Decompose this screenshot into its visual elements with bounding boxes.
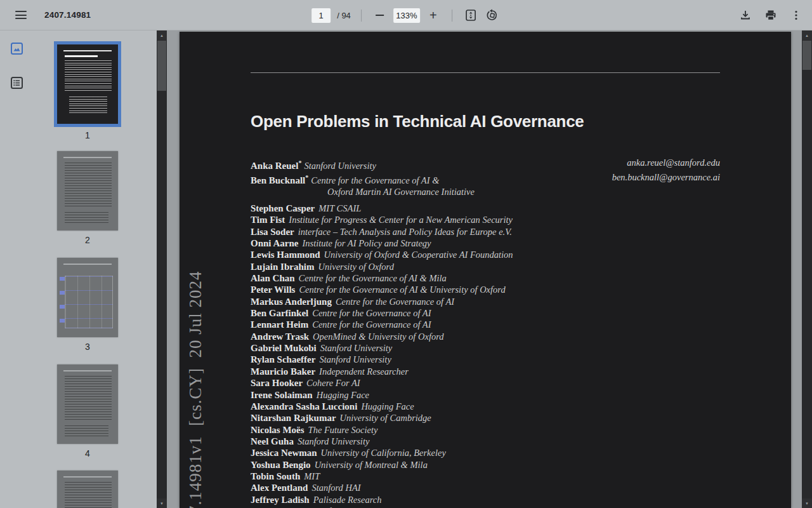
author-row: Lujain IbrahimUniversity of Oxford — [251, 261, 745, 272]
toolbar-divider — [452, 10, 452, 22]
author-row: Jeffrey LadishPalisade Research — [251, 494, 745, 505]
lead-author-row: Ben Bucknall* Centre for the Governance … — [251, 172, 720, 187]
author-affiliation: University of Oxford — [318, 262, 393, 272]
author-name: Alex Pentland — [251, 483, 308, 493]
scroll-up-arrow-icon[interactable]: ▲ — [157, 30, 167, 40]
author-name: Mauricio Baker — [251, 366, 315, 377]
author-row: Nicolas MoësThe Future Society — [251, 424, 745, 436]
kebab-menu-icon — [790, 10, 802, 21]
author-name: Neel Guha — [251, 436, 294, 446]
author-affiliation: Institute for AI Policy and Strategy — [302, 238, 431, 248]
download-icon — [739, 9, 752, 22]
author-name: Anka Reuel* — [251, 161, 301, 171]
page-count-label: / 94 — [337, 11, 351, 20]
author-row: Lennart HeimCentre for the Governance of… — [251, 319, 745, 330]
scroll-down-arrow-icon[interactable]: ▼ — [157, 498, 167, 508]
pdf-viewer-area: Open Problems in Technical AI Governance… — [167, 30, 802, 508]
scroll-up-arrow-icon[interactable]: ▲ — [802, 30, 812, 40]
author-row: Alex PentlandStanford HAI — [251, 482, 745, 493]
thumbnail-preview — [57, 151, 118, 231]
author-affiliation: University of California, Berkeley — [321, 448, 446, 458]
page-number-input[interactable] — [311, 8, 331, 23]
author-affiliation: Independent Researcher — [319, 366, 409, 377]
menu-icon[interactable] — [10, 4, 32, 26]
author-affiliation: University of Cambridge — [340, 413, 431, 423]
author-affiliation: Palisade Research — [313, 495, 382, 505]
author-affiliation: The Future Society — [308, 425, 378, 435]
toolbar-divider — [361, 10, 362, 22]
author-row: Yoshua BengioUniversity of Montreal & Mi… — [251, 459, 745, 471]
thumbnail-preview — [57, 471, 118, 508]
author-name: Andrew Trask — [251, 331, 309, 342]
author-affiliation: Centre for the Governance of AI — [336, 297, 454, 307]
author-row: Neel GuhaStanford University — [251, 436, 745, 447]
author-name: Jeffrey Ladish — [251, 495, 310, 505]
author-row: Sara HookerCohere For AI — [251, 377, 745, 389]
author-name: Lennart Heim — [251, 319, 308, 330]
author-name: Nicolas Moës — [251, 425, 304, 435]
view-outline-button[interactable] — [9, 75, 24, 90]
author-affiliation: Hugging Face — [361, 401, 414, 411]
fit-page-button[interactable] — [462, 7, 479, 23]
author-list: Stephen CasperMIT CSAILTim FistInstitute… — [251, 203, 745, 508]
zoom-in-button[interactable]: + — [425, 7, 442, 23]
lead-author-row: Anka Reuel* Stanford University anka.reu… — [251, 157, 720, 172]
author-name: Tobin South — [251, 471, 300, 481]
outline-view-icon — [10, 76, 23, 90]
view-thumbnails-button[interactable] — [9, 41, 24, 56]
zoom-out-button[interactable] — [372, 7, 388, 23]
thumbnail-preview — [57, 258, 118, 337]
main-scrollbar-thumb[interactable] — [802, 41, 811, 70]
thumbnail-page-3[interactable]: 3 — [57, 258, 118, 337]
author-row: Alexandra Sasha LuccioniHugging Face — [251, 401, 745, 412]
author-name: Lujain Ibrahim — [251, 262, 314, 272]
author-affiliation-line2: Oxford Martin AI Governance Initiative — [251, 186, 720, 198]
sidebar-scrollbar-thumb[interactable] — [157, 41, 166, 91]
author-name: Stephen Casper — [251, 203, 315, 213]
author-row: Markus AnderljungCentre for the Governan… — [251, 296, 745, 307]
minus-icon — [376, 15, 384, 16]
author-row: Alan ChanCentre for the Governance of AI… — [251, 272, 745, 284]
author-affiliation: Stanford University — [298, 436, 369, 446]
author-row: Andrew TraskOpenMined & University of Ox… — [251, 331, 745, 342]
thumbnail-page-number: 3 — [57, 342, 118, 352]
more-options-button[interactable] — [787, 6, 806, 25]
author-row: Stephen CasperMIT CSAIL — [251, 203, 745, 214]
author-affiliation: Stanford University — [304, 161, 376, 171]
thumbnail-page-4[interactable]: 4 — [57, 364, 118, 444]
lead-authors-block: Anka Reuel* Stanford University anka.reu… — [251, 157, 720, 198]
paper-title: Open Problems in Technical AI Governance — [251, 112, 584, 131]
author-name: Onni Aarne — [251, 238, 298, 248]
print-icon — [764, 9, 777, 22]
main-scrollbar[interactable]: ▲ ▼ — [802, 30, 812, 508]
author-row: Peter WillsCentre for the Governance of … — [251, 284, 745, 295]
pdf-page-1: Open Problems in Technical AI Governance… — [180, 32, 791, 508]
thumbnail-page-number: 2 — [57, 235, 118, 245]
pdf-toolbar: 2407.14981 / 94 133% + — [0, 0, 812, 30]
author-name: Lisa Soder — [251, 227, 294, 237]
author-row: Lewis HammondUniversity of Oxford & Coop… — [251, 249, 745, 260]
rotate-button[interactable] — [484, 7, 501, 23]
scroll-down-arrow-icon[interactable]: ▼ — [802, 498, 812, 508]
author-affiliation: Centre for the Governance of AI & — [311, 175, 439, 185]
author-row: Onni AarneInstitute for AI Policy and St… — [251, 237, 745, 249]
sidebar-scrollbar[interactable]: ▲ ▼ — [157, 30, 167, 508]
thumbnail-page-2[interactable]: 2 — [57, 151, 118, 231]
author-name: Jessica Newman — [251, 448, 317, 458]
author-name: Markus Anderljung — [251, 297, 332, 307]
print-button[interactable] — [761, 6, 780, 25]
thumbnail-page-1[interactable]: 1 — [54, 41, 121, 127]
header-rule — [251, 72, 720, 73]
author-name: Ben Garfinkel — [251, 308, 308, 318]
author-name: Gabriel Mukobi — [251, 343, 317, 353]
author-affiliation: Hugging Face — [317, 390, 369, 400]
author-email: anka.reuel@stanford.edu — [627, 157, 720, 172]
author-email: ben.bucknall@governance.ai — [612, 172, 720, 187]
author-name: Sara Hooker — [251, 378, 303, 388]
download-button[interactable] — [736, 6, 755, 25]
thumbnail-page-5[interactable]: 5 — [57, 471, 118, 508]
author-affiliation: interface – Tech Analysis and Policy Ide… — [298, 227, 512, 237]
author-row: Tim FistInstitute for Progress & Center … — [251, 214, 745, 225]
author-name: Alan Chan — [251, 273, 295, 283]
author-affiliation: Stanford University — [320, 343, 392, 353]
